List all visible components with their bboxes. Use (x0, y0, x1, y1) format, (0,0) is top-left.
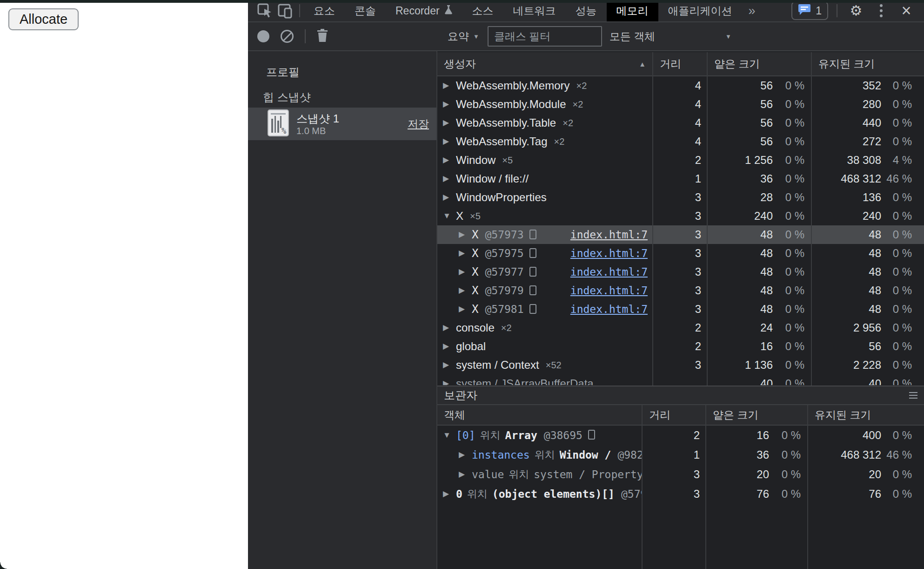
tab-network[interactable]: 네트워크 (503, 0, 566, 21)
shallow-size-value: 56 (707, 95, 773, 114)
shallow-size-percent: 0 % (769, 465, 807, 484)
collapse-arrow-icon[interactable]: ▼ (443, 426, 456, 445)
column-header-shallow-size[interactable]: 얕은 크기 (705, 405, 807, 425)
expand-arrow-icon[interactable]: ▶ (459, 465, 472, 484)
constructor-row[interactable]: ▼X×532400 %2400 % (437, 207, 924, 225)
retainer-target: (object elements)[] (492, 484, 615, 504)
more-menu-icon[interactable] (871, 0, 891, 21)
source-link[interactable]: index.html:7 (570, 244, 648, 263)
expand-arrow-icon[interactable]: ▶ (459, 281, 472, 300)
expand-arrow-icon[interactable]: ▶ (443, 188, 456, 207)
expand-arrow-icon[interactable]: ▶ (443, 95, 456, 114)
constructor-name: system / Context (456, 356, 539, 374)
object-preview-icon[interactable] (588, 430, 595, 440)
expand-arrow-icon[interactable]: ▶ (459, 300, 472, 318)
constructor-row[interactable]: ▶system / Context×5231 1360 %2 2280 % (437, 356, 924, 374)
retained-size-percent: 0 % (881, 207, 924, 225)
object-preview-icon[interactable] (529, 248, 536, 258)
close-devtools-icon[interactable]: × (896, 0, 917, 21)
save-snapshot-link[interactable]: 저장 (408, 117, 429, 131)
expand-arrow-icon[interactable]: ▶ (443, 132, 456, 151)
source-link[interactable]: index.html:7 (570, 300, 648, 318)
column-label: 생성자 (444, 57, 476, 71)
tab-performance[interactable]: 성능 (566, 0, 607, 21)
constructor-row[interactable]: ▶global2160 %560 % (437, 337, 924, 356)
tab-label: 네트워크 (513, 4, 556, 18)
retainer-row[interactable]: ▶instances위치Window /@98271360 %468 31246… (437, 445, 924, 465)
inspect-element-icon[interactable] (254, 0, 275, 21)
allocate-button[interactable]: Allocate (8, 8, 79, 30)
expand-arrow-icon[interactable]: ▶ (443, 151, 456, 169)
expand-arrow-icon[interactable]: ▶ (443, 76, 456, 95)
tab-sources[interactable]: 소스 (462, 0, 503, 21)
constructor-row[interactable]: ▶X@57973index.html:73480 %480 % (437, 225, 924, 244)
objects-filter-select[interactable]: 모든 객체 ▼ (609, 29, 734, 44)
column-header-shallow-size[interactable]: 얕은 크기 (707, 52, 811, 75)
source-link[interactable]: index.html:7 (570, 281, 648, 300)
tab-recorder[interactable]: Recorder (386, 0, 462, 21)
column-header-retained-size[interactable]: 유지된 크기 (811, 52, 924, 75)
object-preview-icon[interactable] (529, 267, 536, 277)
expand-arrow-icon[interactable]: ▶ (443, 374, 456, 385)
expand-arrow-icon[interactable]: ▶ (443, 169, 456, 188)
messages-badge[interactable]: 1 (791, 1, 828, 20)
retainer-row[interactable]: ▼[0]위치Array@386952160 %4000 % (437, 426, 924, 445)
clear-icon[interactable] (281, 30, 294, 43)
column-header-object[interactable]: 객체 (437, 405, 642, 425)
constructor-row[interactable]: ▶X@57975index.html:73480 %480 % (437, 244, 924, 263)
column-header-constructor[interactable]: 생성자 ▲ (437, 52, 652, 75)
hamburger-menu-icon[interactable] (909, 392, 917, 399)
retainer-target: Window / (560, 445, 611, 465)
expand-arrow-icon[interactable]: ▶ (443, 484, 456, 504)
expand-arrow-icon[interactable]: ▶ (443, 318, 456, 337)
constructor-row[interactable]: ▶X@57979index.html:73480 %480 % (437, 281, 924, 300)
column-header-retained-size[interactable]: 유지된 크기 (807, 405, 924, 425)
expand-arrow-icon[interactable]: ▶ (459, 225, 472, 244)
heap-snapshots-group-label[interactable]: 힙 스냅샷 (263, 90, 311, 105)
snapshot-list-item[interactable]: % 스냅샷 1 1.0 MB 저장 (248, 108, 436, 140)
take-snapshot-icon[interactable] (257, 30, 269, 42)
retainer-row[interactable]: ▶0위치(object elements)[]@57983760 %760 % (437, 484, 924, 504)
retainers-rows: ▼[0]위치Array@386952160 %4000 %▶instances위… (437, 426, 924, 504)
tab-memory[interactable]: 메모리 (607, 0, 658, 21)
object-preview-icon[interactable] (529, 304, 536, 314)
delete-trash-icon[interactable] (317, 28, 328, 44)
constructor-row[interactable]: ▶system / JSArrayBufferData400 %400 % (437, 374, 924, 385)
source-link[interactable]: index.html:7 (570, 225, 648, 244)
constructor-row[interactable]: ▶Window / file://1360 %468 31246 % (437, 169, 924, 188)
tab-label: 성능 (576, 4, 597, 18)
constructor-row[interactable]: ▶Window×521 2560 %38 3084 % (437, 151, 924, 169)
collapse-arrow-icon[interactable]: ▼ (443, 207, 456, 225)
constructor-row[interactable]: ▶WebAssembly.Tag×24560 %2720 % (437, 132, 924, 151)
retainer-row[interactable]: ▶value위치system / PropertyCel3200 %200 % (437, 465, 924, 484)
expand-arrow-icon[interactable]: ▶ (443, 114, 456, 132)
constructor-row[interactable]: ▶WebAssembly.Table×24560 %4400 % (437, 114, 924, 132)
constructor-row[interactable]: ▶WebAssembly.Memory×24560 %3520 % (437, 76, 924, 95)
source-link[interactable]: index.html:7 (570, 263, 648, 281)
object-preview-icon[interactable] (529, 285, 536, 295)
column-header-distance[interactable]: 거리 (652, 52, 707, 75)
constructor-row[interactable]: ▶X@57981index.html:73480 %480 % (437, 300, 924, 318)
expand-arrow-icon[interactable]: ▶ (459, 244, 472, 263)
constructor-name: WebAssembly.Tag (456, 132, 548, 151)
window-top-edge (0, 0, 924, 3)
settings-gear-icon[interactable]: ⚙ (846, 0, 866, 21)
tab-application[interactable]: 애플리케이션 (658, 0, 742, 21)
device-toolbar-icon[interactable] (275, 0, 295, 21)
expand-arrow-icon[interactable]: ▶ (443, 356, 456, 374)
constructor-row[interactable]: ▶WindowProperties3280 %1360 % (437, 188, 924, 207)
view-mode-select[interactable]: 요약 ▼ (443, 29, 479, 44)
expand-arrow-icon[interactable]: ▶ (459, 263, 472, 281)
tab-elements[interactable]: 요소 (304, 0, 345, 21)
expand-arrow-icon[interactable]: ▶ (443, 337, 456, 356)
more-tabs-button[interactable]: » (742, 0, 762, 21)
constructor-row[interactable]: ▶WebAssembly.Module×24560 %2800 % (437, 95, 924, 114)
expand-arrow-icon[interactable]: ▶ (459, 445, 472, 465)
tab-console[interactable]: 콘솔 (345, 0, 386, 21)
constructor-row[interactable]: ▶X@57977index.html:73480 %480 % (437, 263, 924, 281)
retained-size-cell: 2 2280 % (811, 356, 924, 374)
class-filter-input[interactable] (488, 26, 602, 47)
column-header-distance[interactable]: 거리 (642, 405, 705, 425)
object-preview-icon[interactable] (529, 230, 536, 239)
constructor-row[interactable]: ▶console×22240 %2 9560 % (437, 318, 924, 337)
